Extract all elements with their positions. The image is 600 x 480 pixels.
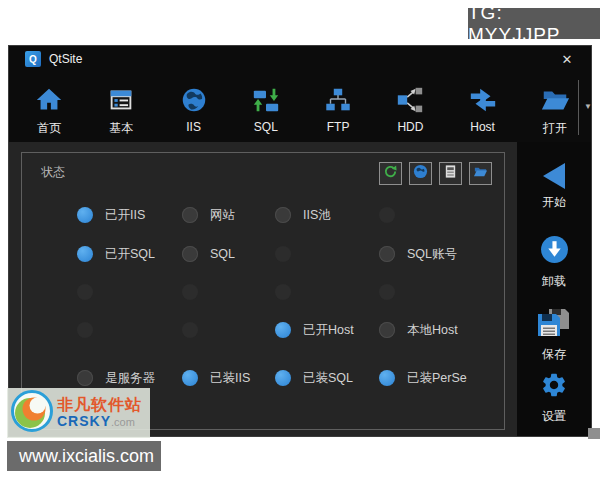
toolbar-item-label: IIS — [186, 120, 201, 134]
radio-dot — [379, 207, 395, 223]
settings-button-label: 设置 — [542, 408, 566, 425]
screenshot-canvas: TG: MYYJJPP Q QtSite ✕ 首页 — [0, 0, 600, 480]
toolbar-separator — [578, 80, 579, 135]
log-icon — [443, 164, 458, 183]
toolbar: 首页 基本 — [9, 72, 591, 142]
radio-iis-opened[interactable]: 已开IIS — [77, 207, 145, 223]
toolbar-item-label: FTP — [327, 120, 350, 134]
window-resize-grip[interactable] — [588, 428, 600, 439]
sync-icon — [250, 84, 282, 116]
crsky-site-name: 非凡软件站 — [57, 397, 142, 414]
refresh-icon — [383, 164, 398, 183]
start-button[interactable]: 开始 — [517, 163, 591, 211]
radio-sql-account[interactable]: SQL账号 — [379, 246, 457, 262]
uninstall-button-label: 卸载 — [542, 273, 566, 290]
log-button[interactable] — [439, 162, 462, 185]
radio-dot — [379, 246, 395, 262]
home-icon — [33, 84, 65, 116]
radio-ghost — [275, 246, 291, 262]
radio-dot — [77, 370, 93, 386]
start-button-label: 开始 — [542, 194, 566, 211]
crsky-domain: CRSKY.com — [57, 414, 142, 429]
uninstall-icon — [540, 235, 569, 268]
radio-ghost — [182, 322, 198, 338]
radio-dot — [77, 246, 93, 262]
toolbar-item-host[interactable]: Host — [447, 72, 519, 142]
radio-dot — [182, 370, 198, 386]
toolbar-item-home[interactable]: 首页 — [13, 72, 85, 142]
radio-sql[interactable]: SQL — [182, 246, 235, 262]
app-icon: Q — [25, 51, 41, 67]
toolbar-item-label: 首页 — [37, 120, 61, 137]
radio-ghost — [275, 284, 291, 300]
action-sidebar: 开始 卸载 — [517, 142, 591, 436]
toolbar-item-hdd[interactable]: HDD — [374, 72, 446, 142]
radio-dot — [379, 322, 395, 338]
tg-badge: TG: MYYJJPP — [468, 8, 600, 39]
radio-is-server[interactable]: 是服务器 — [77, 370, 155, 386]
radio-dot — [379, 370, 395, 386]
radio-perse-installed[interactable]: 已装PerSe — [379, 370, 467, 386]
app-window: Q QtSite ✕ 首页 — [8, 45, 592, 437]
radio-website[interactable]: 网站 — [182, 207, 235, 223]
radio-dot — [275, 284, 291, 300]
radio-dot — [275, 207, 291, 223]
toolbar-item-sql[interactable]: SQL — [230, 72, 302, 142]
radio-dot — [77, 207, 93, 223]
window-title: QtSite — [49, 52, 82, 66]
radio-ghost — [77, 284, 93, 300]
settings-icon — [540, 371, 568, 403]
toolbar-item-iis[interactable]: IIS — [158, 72, 230, 142]
settings-button[interactable]: 设置 — [517, 371, 591, 425]
toolbar-item-label: SQL — [254, 120, 278, 134]
close-icon[interactable]: ✕ — [551, 49, 583, 69]
toolbar-item-basic[interactable]: 基本 — [85, 72, 157, 142]
save-button-label: 保存 — [542, 346, 566, 363]
radio-dot — [275, 370, 291, 386]
radio-local-host[interactable]: 本地Host — [379, 322, 458, 338]
title-bar[interactable]: Q QtSite ✕ — [9, 46, 591, 72]
radio-dot — [77, 284, 93, 300]
radio-dot — [182, 207, 198, 223]
radio-ghost — [379, 207, 395, 223]
radio-dot — [275, 246, 291, 262]
form-icon — [105, 84, 137, 116]
start-icon — [543, 163, 565, 189]
radio-iis-installed[interactable]: 已装IIS — [182, 370, 250, 386]
radio-dot — [275, 322, 291, 338]
globe-icon — [178, 84, 210, 116]
network-icon — [322, 84, 354, 116]
status-group-title: 状态 — [41, 164, 65, 181]
globe-icon — [413, 164, 428, 183]
toolbar-item-open[interactable]: 打开 — [519, 72, 591, 142]
save-button[interactable]: 保存 — [517, 307, 591, 363]
open-folder-icon — [539, 84, 571, 116]
bottom-url-bar: www.ixcialis.com — [7, 441, 161, 471]
toolbar-item-label: Host — [470, 120, 495, 134]
radio-dot — [182, 246, 198, 262]
toolbar-item-ftp[interactable]: FTP — [302, 72, 374, 142]
web-button[interactable] — [409, 162, 432, 185]
radio-sql-installed[interactable]: 已装SQL — [275, 370, 353, 386]
toolbar-item-label: 基本 — [109, 120, 133, 137]
radio-iis-pool[interactable]: IIS池 — [275, 207, 331, 223]
refresh-button[interactable] — [379, 162, 402, 185]
folder-icon — [473, 164, 488, 183]
radio-host-opened[interactable]: 已开Host — [275, 322, 354, 338]
toolbar-overflow-chevron-icon[interactable]: ▼ — [584, 102, 592, 111]
toolbar-item-label: HDD — [397, 120, 423, 134]
radio-sql-opened[interactable]: 已开SQL — [77, 246, 155, 262]
uninstall-button[interactable]: 卸载 — [517, 235, 591, 290]
open-dir-button[interactable] — [469, 162, 492, 185]
radio-dot — [182, 322, 198, 338]
radio-ghost — [182, 284, 198, 300]
crsky-watermark: 非凡软件站 CRSKY.com — [7, 388, 150, 438]
radio-dot — [379, 284, 395, 300]
radio-ghost — [379, 284, 395, 300]
toolbar-item-label: 打开 — [543, 120, 567, 137]
transfer-icon — [467, 84, 499, 116]
radio-dot — [182, 284, 198, 300]
radio-ghost — [77, 322, 93, 338]
radio-dot — [77, 322, 93, 338]
status-toolbar — [379, 162, 492, 185]
